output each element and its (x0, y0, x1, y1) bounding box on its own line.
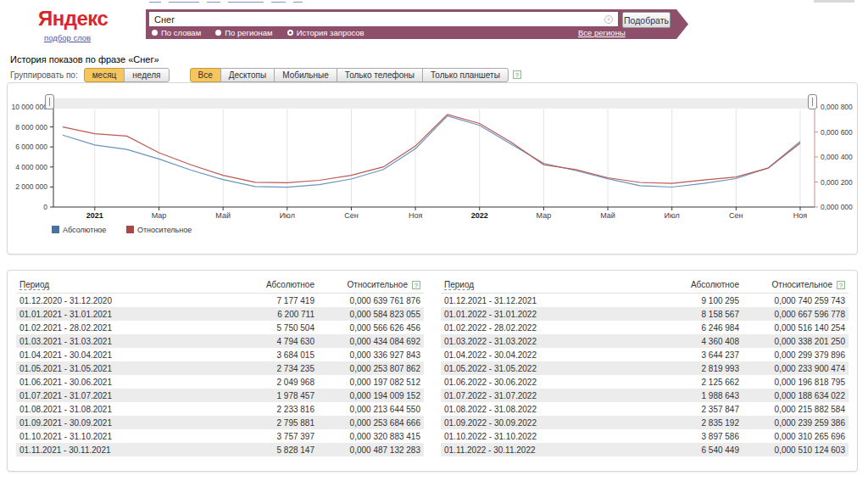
tab-только-телефоны[interactable]: Только телефоны (337, 68, 423, 82)
wordstat-link[interactable]: подбор слов (44, 33, 91, 42)
search-input[interactable] (149, 12, 618, 26)
top-nav-link[interactable] (207, 0, 220, 3)
svg-text:0,000 200: 0,000 200 (821, 178, 853, 187)
period-cell: 01.03.2022 - 31.03.2022 (441, 334, 662, 348)
svg-text:2021: 2021 (86, 211, 103, 220)
absolute-cell: 2 233 816 (237, 402, 318, 416)
period-cell: 01.11.2022 - 30.11.2022 (441, 443, 662, 456)
period-cell: 01.07.2022 - 31.07.2022 (441, 389, 662, 402)
clear-icon[interactable]: ✕ (604, 15, 613, 24)
search-mode-radio[interactable]: По словам (152, 28, 201, 37)
relative-cell: 0,000 566 626 456 (318, 321, 424, 334)
table-row: 01.11.2021 - 30.11.20215 828 1470,000 48… (16, 443, 424, 456)
relative-cell: 0,000 338 201 250 (743, 334, 849, 348)
absolute-cell: 2 734 235 (237, 361, 318, 375)
relative-cell: 0,000 253 807 862 (318, 361, 424, 375)
svg-text:8 000 000: 8 000 000 (15, 123, 47, 132)
absolute-cell: 2 357 847 (662, 402, 743, 416)
period-cell: 01.04.2022 - 30.04.2022 (441, 348, 662, 361)
svg-text:0,000 800: 0,000 800 (821, 103, 853, 111)
absolute-cell: 6 246 984 (662, 321, 743, 334)
svg-text:6 000 000: 6 000 000 (15, 143, 47, 151)
table-row: 01.05.2022 - 31.05.20222 819 9930,000 23… (441, 361, 849, 375)
table-header-row: Период Абсолютное Относительное? (441, 277, 849, 294)
table-row: 01.02.2021 - 28.02.20215 750 5040,000 56… (16, 321, 424, 334)
tab-все[interactable]: Все (190, 68, 221, 82)
period-cell: 01.12.2020 - 31.12.2020 (16, 294, 237, 308)
absolute-cell: 6 200 711 (237, 307, 318, 321)
table-row: 01.12.2021 - 31.12.20219 100 2950,000 74… (441, 294, 849, 308)
search-mode-radio[interactable]: По регионам (215, 28, 272, 37)
top-nav-link[interactable] (149, 0, 161, 3)
absolute-cell: 3 644 237 (662, 348, 743, 361)
absolute-cell: 5 828 147 (237, 443, 318, 456)
svg-text:4 000 000: 4 000 000 (15, 163, 47, 171)
relative-cell: 0,000 740 259 743 (743, 294, 849, 308)
tabs-help-icon[interactable]: ? (513, 70, 521, 79)
absolute-cell: 7 177 419 (237, 294, 318, 308)
search-mode-label: По словам (161, 28, 201, 37)
table-row: 01.04.2021 - 30.04.20213 684 0150,000 33… (16, 348, 424, 361)
relative-cell: 0,000 196 818 795 (743, 375, 849, 389)
top-right-link[interactable] (814, 0, 854, 3)
svg-text:Ноя: Ноя (409, 211, 423, 220)
absolute-cell: 6 540 449 (662, 443, 743, 456)
top-nav-link[interactable] (169, 0, 199, 3)
table-row: 01.07.2021 - 31.07.20211 978 4570,000 19… (16, 389, 424, 402)
chart-panel: 2021МарМайИюлСенНоя2022МарМайИюлСенНоя02… (7, 82, 858, 255)
history-table-panel: Период Абсолютное Относительное? 01.12.2… (7, 270, 858, 472)
table-row: 01.03.2021 - 31.03.20214 794 6300,000 43… (16, 334, 424, 348)
svg-text:Май: Май (215, 211, 231, 220)
top-nav-link[interactable] (228, 0, 264, 3)
svg-text:0,000 600: 0,000 600 (821, 128, 853, 137)
search-mode-radio[interactable]: История запросов (287, 28, 364, 37)
absolute-cell: 9 100 295 (662, 294, 743, 308)
tab-только-планшеты[interactable]: Только планшеты (422, 68, 509, 82)
group-by-label: Группировать по: (10, 70, 78, 80)
period-cell: 01.05.2021 - 31.05.2021 (16, 361, 237, 375)
column-absolute: Абсолютное (237, 277, 318, 294)
absolute-cell: 1 988 643 (662, 389, 743, 402)
range-slider-right-handle[interactable] (808, 94, 817, 109)
period-cell: 01.08.2022 - 31.08.2022 (441, 402, 662, 416)
yandex-logo[interactable]: Яндекс (38, 7, 108, 31)
submit-button[interactable]: Подобрать (622, 12, 670, 28)
table-row: 01.11.2022 - 30.11.20226 540 4490,000 51… (441, 443, 849, 456)
period-cell: 01.09.2022 - 30.09.2022 (441, 416, 662, 429)
group-by-неделя[interactable]: неделя (124, 68, 169, 82)
relative-cell: 0,000 639 761 876 (318, 294, 424, 308)
relative-help-icon[interactable]: ? (412, 281, 420, 289)
top-nav-link[interactable] (293, 0, 303, 3)
absolute-cell: 4 360 408 (662, 334, 743, 348)
relative-cell: 0,000 320 883 415 (318, 429, 424, 443)
period-cell: 01.08.2021 - 31.08.2021 (16, 402, 237, 416)
absolute-cell: 3 684 015 (237, 348, 318, 361)
period-cell: 01.11.2021 - 30.11.2021 (16, 443, 237, 456)
svg-text:Мар: Мар (152, 211, 167, 220)
tab-мобильные[interactable]: Мобильные (274, 68, 337, 82)
relative-cell: 0,000 233 900 474 (743, 361, 849, 375)
table-row: 01.01.2021 - 31.01.20216 200 7110,000 58… (16, 307, 424, 321)
group-by-месяц[interactable]: месяц (84, 68, 125, 82)
history-table-right: Период Абсолютное Относительное? 01.12.2… (441, 277, 849, 456)
column-relative: Относительное? (318, 277, 424, 294)
svg-text:Абсолютное: Абсолютное (63, 226, 106, 234)
column-period: Период (16, 277, 237, 294)
radio-icon (215, 30, 221, 36)
range-slider-left-handle[interactable] (45, 94, 54, 109)
relative-cell: 0,000 213 644 550 (318, 402, 424, 416)
page-title: История показов по фразе «Снег» (10, 54, 159, 64)
absolute-cell: 5 750 504 (237, 321, 318, 334)
relative-help-icon[interactable]: ? (837, 281, 845, 289)
top-nav-link[interactable] (271, 0, 286, 3)
svg-text:Сен: Сен (344, 211, 359, 220)
all-regions-link[interactable]: Все регионы (578, 28, 626, 37)
controls-row: Группировать по: месяцнеделя ВсеДесктопы… (10, 67, 521, 82)
tab-десктопы[interactable]: Десктопы (220, 68, 275, 82)
period-cell: 01.06.2022 - 30.06.2022 (441, 375, 662, 389)
table-row: 01.09.2022 - 30.09.20222 835 1920,000 23… (441, 416, 849, 429)
absolute-cell: 2 835 192 (662, 416, 743, 429)
table-row: 01.06.2021 - 30.06.20212 049 9680,000 19… (16, 375, 424, 389)
relative-cell: 0,000 194 009 152 (318, 389, 424, 402)
column-relative: Относительное? (743, 277, 849, 294)
